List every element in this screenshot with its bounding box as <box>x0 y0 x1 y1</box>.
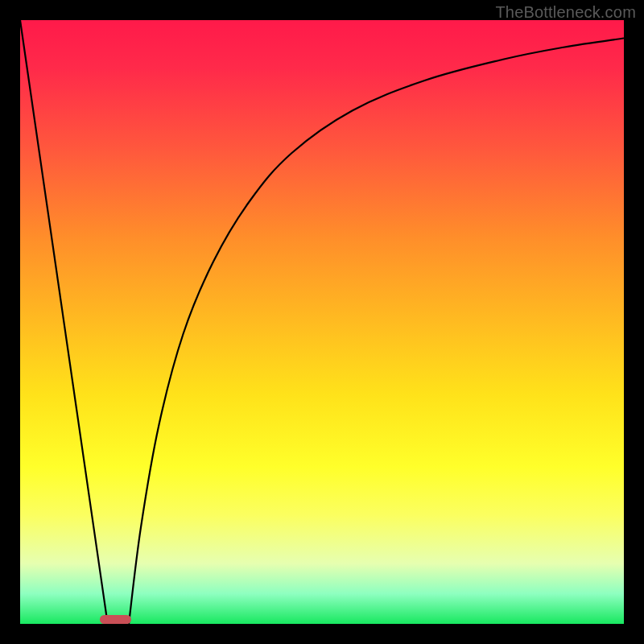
curve-layer <box>20 20 624 624</box>
watermark-text: TheBottleneck.com <box>495 3 636 22</box>
chart-container: TheBottleneck.com <box>0 0 644 644</box>
left-line-path <box>20 20 108 624</box>
bottleneck-marker <box>100 615 131 624</box>
plot-area <box>20 20 624 624</box>
right-curve-path <box>129 39 624 625</box>
